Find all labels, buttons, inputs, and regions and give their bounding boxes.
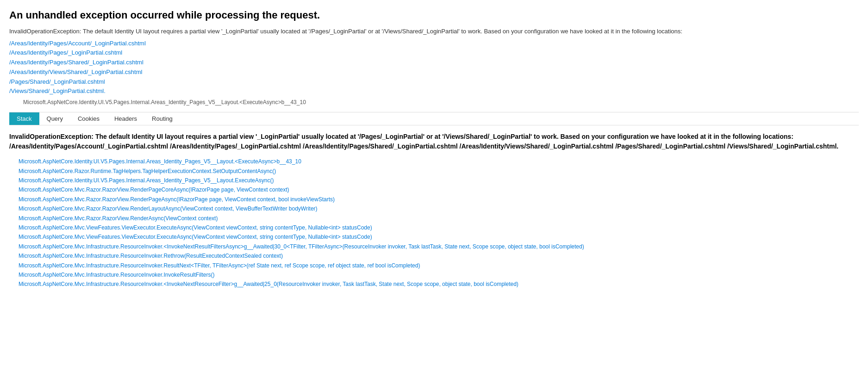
stack-frame-7: Microsoft.AspNetCore.Mvc.ViewFeatures.Vi… — [9, 223, 859, 232]
file-link-6[interactable]: /Views/Shared/_LoginPartial.cshtml. — [9, 87, 859, 96]
file-link-3[interactable]: /Areas/Identity/Pages/Shared/_LoginParti… — [9, 58, 859, 68]
file-link-5[interactable]: /Pages/Shared/_LoginPartial.cshtml — [9, 77, 859, 87]
error-description-text: InvalidOperationException: The default I… — [9, 28, 682, 35]
stack-frame-11: Microsoft.AspNetCore.Mvc.Infrastructure.… — [9, 261, 859, 270]
error-description: InvalidOperationException: The default I… — [9, 27, 859, 36]
stack-content: InvalidOperationException: The default I… — [9, 132, 859, 289]
stack-frame-3: Microsoft.AspNetCore.Mvc.Razor.RazorView… — [9, 185, 859, 194]
exception-message: InvalidOperationException: The default I… — [9, 132, 859, 151]
file-link-2[interactable]: /Areas/Identity/Pages/_LoginPartial.csht… — [9, 48, 859, 58]
stack-frame-5: Microsoft.AspNetCore.Mvc.Razor.RazorView… — [9, 204, 859, 213]
tab-bar: Stack Query Cookies Headers Routing — [9, 112, 859, 125]
top-stack-source: Microsoft.AspNetCore.Identity.UI.V5.Page… — [23, 99, 859, 105]
stack-frame-4: Microsoft.AspNetCore.Mvc.Razor.RazorView… — [9, 195, 859, 204]
stack-frame-8: Microsoft.AspNetCore.Mvc.ViewFeatures.Vi… — [9, 232, 859, 242]
file-links-list: /Areas/Identity/Pages/Account/_LoginPart… — [9, 39, 859, 97]
stack-frame-1: Microsoft.AspNetCore.Razor.Runtime.TagHe… — [9, 167, 859, 176]
stack-frame-13: Microsoft.AspNetCore.Mvc.Infrastructure.… — [9, 279, 859, 289]
stack-trace-list: Microsoft.AspNetCore.Identity.UI.V5.Page… — [9, 157, 859, 289]
tab-headers[interactable]: Headers — [107, 112, 144, 125]
tab-query[interactable]: Query — [39, 112, 70, 125]
stack-frame-12: Microsoft.AspNetCore.Mvc.Infrastructure.… — [9, 270, 859, 279]
page-heading: An unhandled exception occurred while pr… — [9, 9, 859, 21]
file-link-4[interactable]: /Areas/Identity/Views/Shared/_LoginParti… — [9, 68, 859, 77]
stack-frame-0: Microsoft.AspNetCore.Identity.UI.V5.Page… — [9, 157, 859, 166]
tab-stack[interactable]: Stack — [9, 112, 39, 125]
tab-cookies[interactable]: Cookies — [70, 112, 107, 125]
stack-frame-10: Microsoft.AspNetCore.Mvc.Infrastructure.… — [9, 251, 859, 260]
stack-frame-9: Microsoft.AspNetCore.Mvc.Infrastructure.… — [9, 242, 859, 251]
stack-frame-2: Microsoft.AspNetCore.Identity.UI.V5.Page… — [9, 176, 859, 185]
file-link-1[interactable]: /Areas/Identity/Pages/Account/_LoginPart… — [9, 39, 859, 49]
stack-frame-6: Microsoft.AspNetCore.Mvc.Razor.RazorView… — [9, 214, 859, 223]
tab-routing[interactable]: Routing — [144, 112, 180, 125]
